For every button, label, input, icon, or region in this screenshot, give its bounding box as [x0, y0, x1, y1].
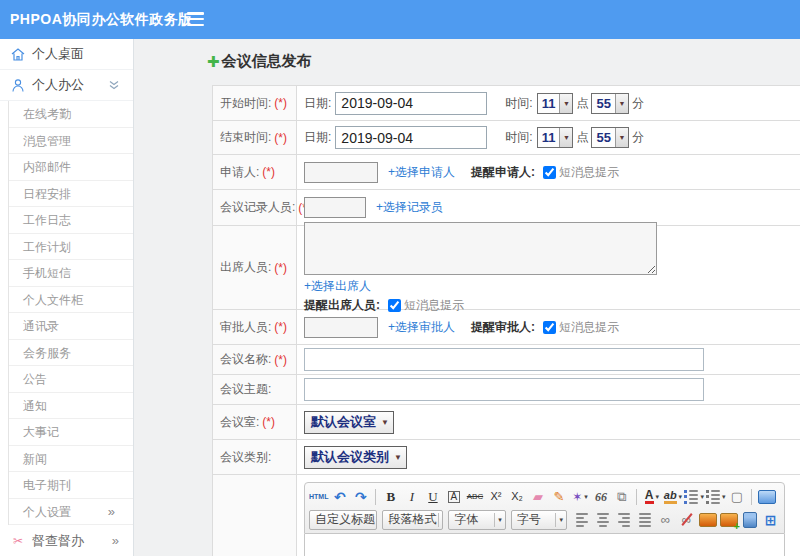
date-label: 日期:	[304, 129, 331, 146]
new-page-icon[interactable]: ▢	[727, 487, 746, 506]
required-marker: (*)	[274, 96, 287, 110]
align-justify-icon[interactable]	[635, 510, 654, 529]
meeting-room-select[interactable]: 默认会议室▼	[304, 411, 394, 434]
app-header: PHPOA协同办公软件政务版	[0, 0, 800, 39]
remind-applicant-label: 提醒申请人:	[471, 164, 535, 181]
sidebar-item-personal-desktop[interactable]: 个人桌面	[0, 39, 133, 70]
align-center-icon[interactable]	[593, 510, 612, 529]
choose-applicant-link[interactable]: +选择申请人	[388, 164, 455, 181]
editor-style-select-1[interactable]: 段落格式▾	[382, 510, 443, 530]
applicant-input[interactable]	[304, 162, 378, 183]
video-icon[interactable]	[740, 510, 759, 529]
form-row-meeting-content: HTML↶↷BIUAABCX²X₂▰✎✶▾66⧉A▾ab▾▾▾▢ 自定义标题▾段…	[213, 475, 800, 556]
html-source-icon[interactable]: HTML	[309, 487, 328, 506]
start-minute-select[interactable]: 55▼	[591, 93, 628, 114]
sidebar-item[interactable]: 通讯录	[9, 313, 133, 340]
end-hour-select[interactable]: 11▼	[537, 127, 574, 148]
sidebar-item-label: 个人办公	[32, 76, 84, 94]
align-right-icon[interactable]	[614, 510, 633, 529]
sidebar-item[interactable]: 通知	[9, 393, 133, 420]
sidebar-item[interactable]: 会务服务	[9, 340, 133, 367]
sidebar-item-personal-office[interactable]: 个人办公	[0, 70, 133, 101]
sidebar-item[interactable]: 工作日志	[9, 207, 133, 234]
font-border-icon[interactable]: A	[444, 487, 463, 506]
field-label-attendees: 出席人员:(*)	[213, 226, 297, 309]
shuffle-icon: ✂	[9, 534, 27, 548]
form-row-start-time: 开始时间:(*) 日期: 时间: 11▼ 点 55▼ 分	[213, 86, 800, 121]
sidebar-item[interactable]: 工作计划	[9, 234, 133, 261]
meeting-subject-input[interactable]	[304, 378, 704, 401]
end-date-input[interactable]	[335, 126, 487, 149]
highlight-color-icon[interactable]: ab▾	[663, 487, 682, 506]
field-label-meeting-content	[213, 475, 297, 556]
required-marker: (*)	[262, 415, 275, 429]
strikethrough-icon[interactable]: ABC	[465, 487, 484, 506]
attendees-sms-checkbox[interactable]	[388, 299, 401, 312]
auto-typeset-icon[interactable]: ✶▾	[570, 487, 589, 506]
redo-icon[interactable]: ↷	[351, 487, 370, 506]
form-row-applicant: 申请人:(*) +选择申请人 提醒申请人: 短消息提示	[213, 155, 800, 190]
meeting-form: 开始时间:(*) 日期: 时间: 11▼ 点 55▼ 分 结束时间:(*) 日期…	[212, 85, 800, 556]
applicant-sms-checkbox[interactable]	[543, 166, 556, 179]
sidebar-item[interactable]: 手机短信	[9, 260, 133, 287]
sidebar-item[interactable]: 在线考勤	[9, 101, 133, 128]
image-icon[interactable]	[698, 510, 717, 529]
sidebar-item[interactable]: 新闻	[9, 446, 133, 473]
chevron-down-icon: ▼	[615, 128, 628, 147]
required-marker: (*)	[274, 131, 287, 145]
page-title: ✚ 会议信息发布	[207, 52, 800, 71]
attendees-textarea[interactable]	[304, 222, 657, 275]
sidebar-item[interactable]: 个人文件柜	[9, 287, 133, 314]
sidebar-item[interactable]: 电子期刊	[9, 472, 133, 499]
sms-label: 短消息提示	[559, 319, 619, 336]
form-row-meeting-name: 会议名称:(*)	[213, 345, 800, 375]
choose-approver-link[interactable]: +选择审批人	[388, 319, 455, 336]
subscript-icon[interactable]: X₂	[507, 487, 526, 506]
choose-attendees-link[interactable]: +选择出席人	[304, 279, 371, 293]
sidebar-item[interactable]: 大事记	[9, 419, 133, 446]
end-minute-select[interactable]: 55▼	[591, 127, 628, 148]
sidebar-item[interactable]: 消息管理	[9, 128, 133, 155]
chevron-down-icon: ▼	[394, 453, 402, 462]
editor-style-select-3[interactable]: 字号▾	[511, 510, 567, 530]
sidebar-item[interactable]: 公告	[9, 366, 133, 393]
sidebar-item[interactable]: 日程安排	[9, 181, 133, 208]
choose-recorder-link[interactable]: +选择记录员	[376, 199, 443, 216]
eraser-icon[interactable]: ▰	[528, 487, 547, 506]
font-color-icon[interactable]: A▾	[642, 487, 661, 506]
start-date-input[interactable]	[335, 92, 487, 115]
sidebar-item-personal-settings[interactable]: 个人设置 »	[9, 499, 133, 526]
sidebar-item[interactable]: 内部邮件	[9, 154, 133, 181]
table-icon[interactable]: ⊞	[761, 510, 780, 529]
fullscreen-icon[interactable]	[757, 487, 776, 506]
form-row-meeting-room: 会议室:(*) 默认会议室▼	[213, 405, 800, 440]
editor-style-select-0[interactable]: 自定义标题▾	[309, 510, 377, 530]
start-hour-select[interactable]: 11▼	[537, 93, 574, 114]
hamburger-menu-icon[interactable]	[187, 12, 204, 26]
align-left-icon[interactable]	[572, 510, 591, 529]
unlink-icon[interactable]: ∞	[677, 510, 696, 529]
paste-icon[interactable]: ⧉	[612, 487, 631, 506]
editor-content-area[interactable]	[304, 534, 785, 556]
field-label-meeting-room: 会议室:(*)	[213, 405, 297, 439]
format-brush-icon[interactable]: ✎	[549, 487, 568, 506]
meeting-category-select[interactable]: 默认会议类别▼	[304, 446, 407, 469]
italic-icon[interactable]: I	[402, 487, 421, 506]
meeting-name-input[interactable]	[304, 348, 704, 371]
approver-input[interactable]	[304, 317, 378, 338]
remind-attendees-label: 提醒出席人员:	[304, 297, 380, 314]
form-row-end-time: 结束时间:(*) 日期: 时间: 11▼ 点 55▼ 分	[213, 121, 800, 155]
undo-icon[interactable]: ↶	[330, 487, 349, 506]
ordered-list-icon[interactable]: ▾	[684, 487, 704, 506]
editor-style-select-2[interactable]: 字体▾	[448, 510, 506, 530]
link-icon[interactable]: ∞	[656, 510, 675, 529]
scrawl-icon[interactable]	[719, 510, 738, 529]
sidebar-item-supervision[interactable]: ✂ 督查督办 »	[0, 525, 133, 556]
chevron-down-icon: ▼	[559, 94, 572, 113]
blockquote-icon[interactable]: 66	[591, 487, 610, 506]
superscript-icon[interactable]: X²	[486, 487, 505, 506]
bold-icon[interactable]: B	[381, 487, 400, 506]
unordered-list-icon[interactable]: ▾	[706, 487, 726, 506]
underline-icon[interactable]: U	[423, 487, 442, 506]
approver-sms-checkbox[interactable]	[543, 321, 556, 334]
